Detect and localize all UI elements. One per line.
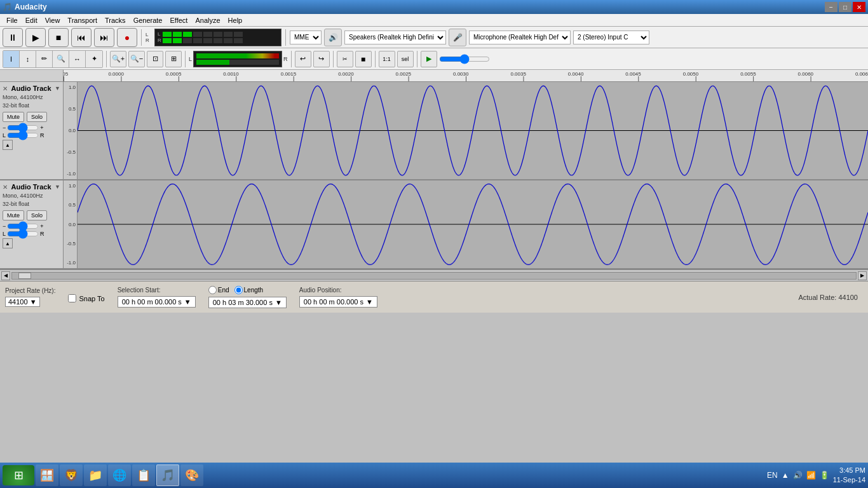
taskbar-icon-2[interactable]: 🦁 [60,464,83,486]
vu-seg [203,32,212,37]
status-bar: Project Rate (Hz): 44100 ▼ Snap To Selec… [0,281,868,313]
selection-tools: I ↕ ✏ 🔍 ↔ ✦ [3,50,103,68]
track-1-name[interactable]: Audio Track [11,85,51,92]
maximize-button[interactable]: □ [839,2,851,12]
track-1-mute[interactable]: Mute [3,112,24,122]
input-device-select[interactable]: Microphone (Realtek High Defi [469,30,571,44]
speaker-icon[interactable]: 🔊 [324,29,342,46]
output-r-label: R [158,37,161,43]
track-1-pan: L R [3,132,47,139]
track-1-dropdown[interactable]: ▼ [55,85,60,92]
start-button[interactable]: ⊞ [3,465,34,485]
track-2-collapse[interactable]: ▲ [3,238,13,248]
ruler-spacer [0,70,64,81]
channels-select[interactable]: 2 (Stereo) Input C [573,30,649,44]
track-2-name[interactable]: Audio Track [11,183,51,191]
speed-slider[interactable] [439,56,490,62]
record-button[interactable]: ● [117,28,137,47]
separator-6 [333,51,334,67]
zoom-normal-button[interactable]: 1:1 [379,51,395,67]
taskbar-audacity[interactable]: 🎵 [156,464,179,486]
track-2-pan-slider[interactable] [7,231,39,237]
clock-date: 11-Sep-14 [833,475,865,485]
track-1: ✕ Audio Track ▼ Mono, 44100Hz 32-bit flo… [0,82,868,180]
separator-3 [106,51,107,67]
undo-button[interactable]: ↩ [295,51,311,67]
close-button[interactable]: ✕ [853,2,865,12]
tray-arrow-up[interactable]: ▲ [782,471,789,480]
taskbar-icon-1[interactable]: 🪟 [36,464,58,486]
menu-transport[interactable]: Transport [64,15,101,25]
menu-file[interactable]: File [3,15,22,25]
clock[interactable]: 3:45 PM 11-Sep-14 [833,466,865,485]
selection-end-dropdown[interactable]: ▼ [275,299,282,306]
pause-button[interactable]: ⏸ [3,28,23,47]
vu-seg [183,32,192,37]
tray-volume[interactable]: 🔊 [793,471,803,480]
stop-button[interactable]: ■ [48,28,69,47]
taskbar-icon-5[interactable]: 📋 [132,464,155,486]
audio-pos-dropdown[interactable]: ▼ [366,298,373,306]
track-2-solo[interactable]: Solo [27,210,47,220]
fit-project-button[interactable]: ⊞ [165,51,182,67]
menu-help[interactable]: Help [224,15,247,25]
taskbar-icon-7[interactable]: 🎨 [180,464,203,486]
menu-analyze[interactable]: Analyze [191,15,224,25]
output-meter[interactable]: L R [154,29,281,46]
track-1-waveform[interactable] [78,82,868,179]
taskbar-icon-3[interactable]: 📁 [84,464,107,486]
scroll-thumb[interactable] [18,273,31,279]
zoom-out-button[interactable]: 🔍− [128,51,145,67]
zoom-tool-button[interactable]: 🔍 [53,51,69,67]
scroll-track[interactable] [11,272,857,280]
play-button[interactable]: ▶ [25,28,46,47]
menu-effect[interactable]: Effect [166,15,192,25]
minimize-button[interactable]: − [825,2,837,12]
end-radio[interactable] [208,286,217,294]
horizontal-scrollbar: ◀ ▶ [0,269,868,281]
track-2-mute[interactable]: Mute [3,210,24,220]
vu-seg [214,32,222,37]
track-1-close[interactable]: ✕ [3,85,8,92]
skip-back-button[interactable]: ⏮ [71,28,92,47]
separator-2 [285,29,286,46]
play-speed-button[interactable]: ▶ [421,51,437,67]
tray-battery[interactable]: 🔋 [820,471,829,480]
selection-start-value: 00 h 00 m 00.000 s [122,298,182,306]
snap-to-checkbox[interactable] [68,294,76,302]
scroll-left-button[interactable]: ◀ [1,271,10,280]
timeshift-tool-button[interactable]: ↔ [69,51,86,67]
menu-tracks[interactable]: Tracks [101,15,130,25]
track-1-pan-slider[interactable] [7,132,39,139]
envelope-tool-button[interactable]: ↕ [20,51,36,67]
track-2-dropdown[interactable]: ▼ [55,184,60,190]
draw-tool-button[interactable]: ✏ [36,51,53,67]
fit-selection-button[interactable]: ⊡ [147,51,163,67]
track-2-waveform[interactable] [78,180,868,268]
scroll-right-button[interactable]: ▶ [858,271,867,280]
selection-tool-button[interactable]: I [3,51,20,67]
zoom-in-button[interactable]: 🔍+ [110,51,126,67]
redo-button[interactable]: ↪ [313,51,330,67]
selection-start-dropdown[interactable]: ▼ [184,298,191,306]
trim-button[interactable]: ✂ [337,51,353,67]
mic-icon[interactable]: 🎤 [449,29,466,46]
output-device-select[interactable]: Speakers (Realtek High Definit [344,30,446,44]
menu-generate[interactable]: Generate [130,15,166,25]
track-2-close[interactable]: ✕ [3,184,8,191]
silence-button[interactable]: ◼ [355,51,372,67]
tray-network[interactable]: 📶 [806,471,816,480]
zoom-sel-button[interactable]: sel [397,51,414,67]
taskbar-icon-4[interactable]: 🌐 [108,464,131,486]
project-rate-label: Project Rate (Hz): [5,287,55,294]
length-radio[interactable] [234,286,243,294]
skip-forward-button[interactable]: ⏭ [94,28,114,47]
audio-host-select[interactable]: MME [290,30,322,44]
multi-tool-button[interactable]: ✦ [86,51,102,67]
menu-edit[interactable]: Edit [22,15,41,25]
track-1-solo[interactable]: Solo [27,112,47,122]
track-1-collapse[interactable]: ▲ [3,140,13,150]
end-length-section: End Length 00 h 03 m 30.000 s ▼ [208,286,287,308]
project-rate-dropdown[interactable]: 44100 ▼ [5,297,40,307]
menu-view[interactable]: View [41,15,64,25]
